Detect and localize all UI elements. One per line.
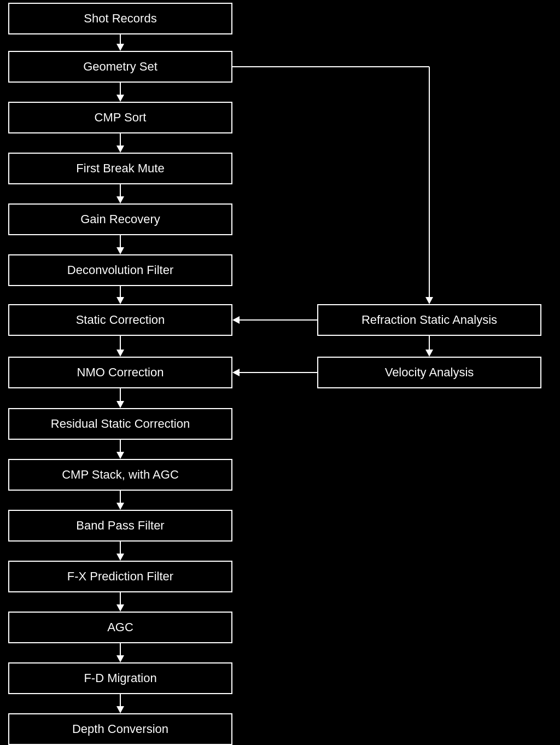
- first-break-mute-box: First Break Mute: [8, 153, 232, 184]
- svg-marker-25: [116, 655, 124, 662]
- gain-recovery-label: Gain Recovery: [80, 212, 160, 226]
- deconvolution-filter-box: Deconvolution Filter: [8, 254, 232, 286]
- refraction-static-label: Refraction Static Analysis: [361, 313, 497, 327]
- geometry-set-box: Geometry Set: [8, 51, 232, 83]
- gain-recovery-box: Gain Recovery: [8, 203, 232, 235]
- svg-marker-1: [116, 44, 124, 51]
- depth-conversion-box: Depth Conversion: [8, 713, 232, 745]
- svg-marker-30: [425, 297, 433, 304]
- fx-prediction-box: F-X Prediction Filter: [8, 561, 232, 592]
- svg-marker-21: [116, 554, 124, 561]
- cmp-sort-box: CMP Sort: [8, 102, 232, 133]
- svg-marker-27: [116, 706, 124, 713]
- svg-marker-36: [232, 369, 240, 376]
- svg-marker-3: [116, 95, 124, 102]
- band-pass-box: Band Pass Filter: [8, 510, 232, 542]
- nmo-correction-label: NMO Correction: [77, 365, 164, 380]
- svg-marker-9: [116, 247, 124, 254]
- residual-static-box: Residual Static Correction: [8, 408, 232, 440]
- velocity-analysis-label: Velocity Analysis: [385, 365, 474, 380]
- nmo-correction-box: NMO Correction: [8, 357, 232, 388]
- first-break-mute-label: First Break Mute: [76, 161, 164, 176]
- cmp-stack-box: CMP Stack, with AGC: [8, 459, 232, 491]
- velocity-analysis-box: Velocity Analysis: [317, 357, 541, 388]
- svg-marker-32: [232, 316, 240, 324]
- cmp-stack-label: CMP Stack, with AGC: [62, 468, 179, 482]
- svg-marker-11: [116, 297, 124, 304]
- band-pass-label: Band Pass Filter: [76, 519, 164, 533]
- refraction-static-box: Refraction Static Analysis: [317, 304, 541, 336]
- svg-marker-13: [116, 350, 124, 357]
- svg-marker-15: [116, 401, 124, 408]
- depth-conversion-label: Depth Conversion: [72, 722, 168, 736]
- svg-marker-7: [116, 196, 124, 203]
- geometry-set-label: Geometry Set: [83, 60, 158, 74]
- fd-migration-box: F-D Migration: [8, 662, 232, 694]
- svg-marker-34: [425, 350, 433, 357]
- static-correction-box: Static Correction: [8, 304, 232, 336]
- svg-marker-23: [116, 604, 124, 612]
- agc-label: AGC: [107, 620, 133, 635]
- fd-migration-label: F-D Migration: [84, 671, 156, 685]
- static-correction-label: Static Correction: [76, 313, 165, 327]
- svg-marker-5: [116, 145, 124, 153]
- cmp-sort-label: CMP Sort: [95, 110, 147, 125]
- flowchart: Shot Records Geometry Set CMP Sort First…: [0, 0, 560, 745]
- agc-box: AGC: [8, 612, 232, 643]
- svg-marker-17: [116, 452, 124, 459]
- svg-marker-19: [116, 503, 124, 510]
- deconvolution-filter-label: Deconvolution Filter: [67, 263, 173, 277]
- shot-records-box: Shot Records: [8, 3, 232, 34]
- residual-static-label: Residual Static Correction: [51, 417, 190, 431]
- fx-prediction-label: F-X Prediction Filter: [67, 569, 173, 584]
- shot-records-label: Shot Records: [84, 11, 156, 26]
